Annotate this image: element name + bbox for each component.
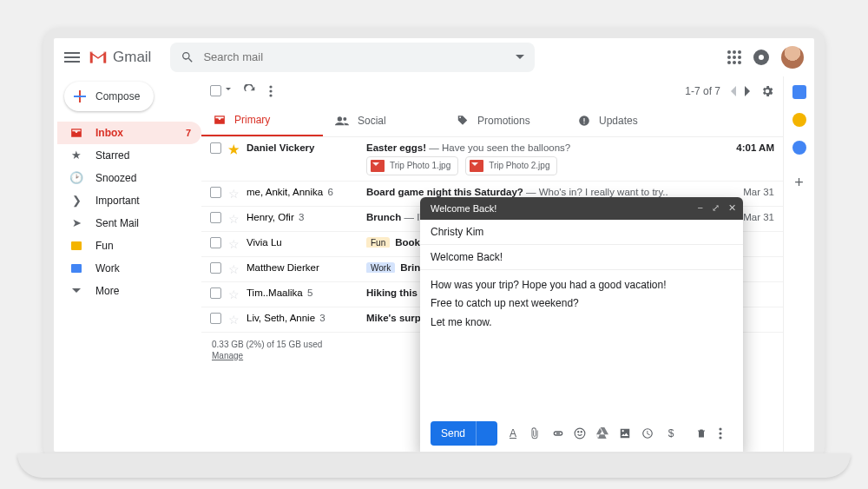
category-tabs: PrimarySocialPromotionsUpdates xyxy=(201,106,783,137)
star-icon[interactable]: ☆ xyxy=(228,313,240,327)
compose-header[interactable]: Welcome Back! − ⤢ ✕ xyxy=(420,197,743,220)
tasks-addon-icon[interactable] xyxy=(792,141,806,155)
row-checkbox[interactable] xyxy=(210,237,221,248)
email-sender: me, Ankit, Annika 6 xyxy=(247,187,359,197)
drive-icon[interactable] xyxy=(596,427,610,439)
main-pane: 1-7 of 7 PrimarySocialPromotionsUpdates … xyxy=(201,76,783,452)
tab-promotions[interactable]: Promotions xyxy=(444,106,566,136)
attachment-chip[interactable]: Trip Photo 1.jpg xyxy=(366,156,458,175)
select-all-checkbox[interactable] xyxy=(210,85,221,96)
more-icon[interactable] xyxy=(269,85,273,97)
money-icon[interactable]: $ xyxy=(664,427,678,439)
svg-point-10 xyxy=(719,432,721,434)
refresh-icon[interactable] xyxy=(243,84,257,98)
row-checkbox[interactable] xyxy=(210,262,221,274)
category-label: Work xyxy=(366,262,395,273)
google-apps-icon[interactable] xyxy=(727,50,741,64)
sidebar-item-sent-mail[interactable]: ➤Sent Mail xyxy=(57,212,201,235)
row-checkbox[interactable] xyxy=(210,313,221,324)
primary-tab-icon xyxy=(214,115,226,125)
select-menu-caret[interactable] xyxy=(223,85,231,97)
row-checkbox[interactable] xyxy=(210,287,221,299)
attachment-chip[interactable]: Trip Photo 2.jpg xyxy=(465,156,557,175)
list-toolbar: 1-7 of 7 xyxy=(201,76,783,106)
send-options-caret[interactable] xyxy=(476,421,497,446)
category-label: Fun xyxy=(366,237,390,248)
compose-button[interactable]: Compose xyxy=(64,82,154,111)
notifications-icon[interactable] xyxy=(753,50,769,65)
star-icon[interactable]: ★ xyxy=(228,142,240,156)
attach-icon[interactable] xyxy=(529,426,542,440)
compose-label: Compose xyxy=(95,90,140,102)
sidebar: Compose Inbox7★Starred🕑Snoozed❯Important… xyxy=(54,76,201,452)
email-subject: Easter eggs! — Have you seen the balloon… xyxy=(366,142,727,175)
fullscreen-icon[interactable]: ⤢ xyxy=(712,202,720,214)
email-sender: Liv, Seth, Annie 3 xyxy=(247,313,359,323)
account-avatar[interactable] xyxy=(781,46,804,69)
image-file-icon xyxy=(470,160,483,172)
row-checkbox[interactable] xyxy=(210,187,221,198)
svg-point-8 xyxy=(581,431,582,432)
search-options-icon[interactable] xyxy=(516,55,524,60)
keep-addon-icon[interactable] xyxy=(792,113,806,127)
email-row[interactable]: ★Daniel VickeryEaster eggs! — Have you s… xyxy=(201,137,783,182)
star-icon[interactable]: ☆ xyxy=(228,287,240,301)
calendar-addon-icon[interactable] xyxy=(792,85,806,99)
main-menu-icon[interactable] xyxy=(64,52,80,63)
star-icon[interactable]: ☆ xyxy=(228,237,240,251)
compose-title: Welcome Back! xyxy=(431,203,496,214)
sidebar-item-inbox[interactable]: Inbox7 xyxy=(57,122,201,144)
close-icon[interactable]: ✕ xyxy=(728,202,736,214)
compose-window: Welcome Back! − ⤢ ✕ Christy Kim Welcome … xyxy=(420,197,743,452)
header: Gmail xyxy=(54,38,814,76)
email-date: Mar 31 xyxy=(734,187,774,197)
search-bar[interactable] xyxy=(170,43,535,72)
search-input[interactable] xyxy=(203,50,507,63)
get-addons-icon[interactable]: + xyxy=(794,174,804,192)
sidebar-item-work[interactable]: Work xyxy=(57,257,201,280)
sidebar-item-more[interactable]: More xyxy=(57,280,201,302)
minimize-icon[interactable]: − xyxy=(698,202,703,214)
tab-social[interactable]: Social xyxy=(323,106,444,136)
sidebar-item-fun[interactable]: Fun xyxy=(57,235,201,257)
gmail-m-icon xyxy=(89,50,108,65)
email-sender: Matthew Dierker xyxy=(247,262,359,273)
side-panel: + xyxy=(783,76,814,452)
sidebar-item-snoozed[interactable]: 🕑Snoozed xyxy=(57,167,201,189)
format-icon[interactable]: A xyxy=(506,427,520,439)
compose-to-field[interactable]: Christy Kim xyxy=(420,220,743,245)
tab-updates[interactable]: Updates xyxy=(566,106,687,136)
discard-icon[interactable] xyxy=(696,427,710,439)
star-icon[interactable]: ☆ xyxy=(228,262,240,276)
emoji-icon[interactable] xyxy=(574,427,588,439)
screen: Gmail Compose Inbox7★Starred🕑Snoozed❯Imp… xyxy=(54,38,814,452)
prev-page-icon[interactable] xyxy=(729,86,736,96)
star-icon[interactable]: ☆ xyxy=(228,212,240,226)
next-page-icon[interactable] xyxy=(745,86,752,96)
gmail-logo[interactable]: Gmail xyxy=(89,49,151,66)
svg-point-3 xyxy=(338,116,342,121)
row-checkbox[interactable] xyxy=(210,142,221,154)
svg-point-1 xyxy=(269,89,272,92)
svg-point-11 xyxy=(719,436,721,439)
compose-toolbar: Send A $ xyxy=(420,415,743,452)
link-icon[interactable] xyxy=(551,429,565,438)
settings-gear-icon[interactable] xyxy=(760,84,774,98)
star-icon[interactable]: ☆ xyxy=(228,187,240,201)
tab-primary[interactable]: Primary xyxy=(201,106,323,136)
email-subject: Board game night this Saturday? — Who's … xyxy=(366,187,727,197)
sidebar-item-important[interactable]: ❯Important xyxy=(57,189,201,212)
clock-icon: 🕑 xyxy=(69,171,83,184)
svg-point-0 xyxy=(269,85,272,88)
promotions-tab-icon xyxy=(457,115,469,127)
compose-body[interactable]: How was your trip? Hope you had a good v… xyxy=(420,270,743,415)
send-button[interactable]: Send xyxy=(431,421,497,446)
row-checkbox[interactable] xyxy=(210,212,221,223)
photo-icon[interactable] xyxy=(619,427,633,439)
email-sender: Vivia Lu xyxy=(247,237,359,248)
lock-timer-icon[interactable] xyxy=(641,427,655,439)
sidebar-item-starred[interactable]: ★Starred xyxy=(57,144,201,167)
compose-subject-field[interactable]: Welcome Back! xyxy=(420,245,743,270)
compose-more-icon[interactable] xyxy=(719,427,733,439)
svg-point-2 xyxy=(269,94,272,96)
